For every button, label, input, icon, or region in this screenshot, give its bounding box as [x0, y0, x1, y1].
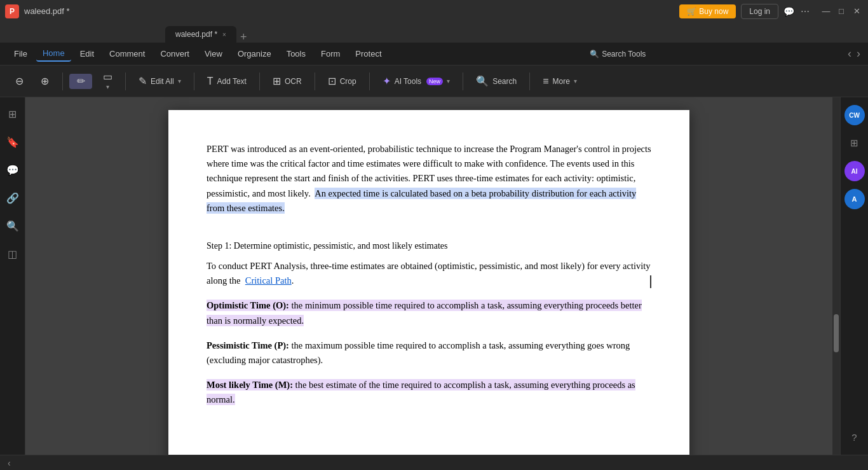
sidebar-item-pages[interactable]: ⊞: [4, 105, 22, 123]
toolbar: ⊖ ⊕ ✏ ▭ ▾ ✎ Edit All ▾ T Add Text ⊞ OCR …: [0, 66, 868, 97]
menu-comment[interactable]: Comment: [103, 46, 151, 61]
bottom-bar: ‹: [0, 455, 868, 470]
tab-close-button[interactable]: ×: [222, 31, 226, 38]
sidebar-item-links[interactable]: 🔗: [4, 189, 22, 207]
divider-8: [529, 73, 530, 90]
ai-tools-button[interactable]: ✦ AI Tools New ▾: [376, 71, 456, 91]
menu-bar: File Home Edit Comment Convert View Orga…: [0, 43, 868, 66]
zoom-out-icon: ⊖: [15, 76, 24, 86]
menu-convert[interactable]: Convert: [154, 46, 196, 61]
sidebar-item-search[interactable]: 🔍: [4, 217, 22, 235]
search-tools-icon: 🔍: [590, 50, 599, 59]
spacer-1: [207, 226, 651, 241]
nav-forward-button[interactable]: ›: [857, 47, 860, 60]
titlebar-system-icons: 💬 ⋯: [783, 6, 810, 17]
most-likely-term: Most likely Time (M):: [207, 380, 293, 390]
title-bar: P waleed.pdf * 🛒 Buy now Log in 💬 ⋯ — □ …: [0, 0, 868, 22]
most-likely-highlight: Most likely Time (M): the best estimate …: [207, 379, 635, 405]
divider-2: [125, 73, 126, 90]
maximize-button[interactable]: □: [835, 5, 848, 18]
ocr-label: OCR: [285, 77, 302, 86]
ai-tools-label: AI Tools: [395, 77, 421, 86]
edit-icon: ✎: [139, 75, 147, 87]
word-avatar[interactable]: CW: [844, 105, 865, 125]
menu-file[interactable]: File: [8, 46, 34, 61]
titlebar-actions: 🛒 Buy now Log in 💬 ⋯ — □ ✕: [679, 4, 863, 19]
ocr-icon: ⊞: [273, 75, 281, 87]
divider-7: [463, 73, 463, 90]
cart-icon: 🛒: [687, 7, 696, 16]
search-button[interactable]: 🔍 Search: [470, 71, 523, 91]
zoom-out-button[interactable]: ⊖: [8, 74, 31, 89]
ai-avatar-1[interactable]: AI: [844, 161, 865, 181]
menu-view[interactable]: View: [198, 46, 229, 61]
nav-back-button[interactable]: ‹: [848, 47, 851, 60]
crop-button[interactable]: ⊡ Crop: [322, 71, 363, 91]
search-tools-button[interactable]: 🔍 Search Tools: [583, 46, 652, 62]
minimize-button[interactable]: —: [820, 5, 832, 18]
edit-all-label: Edit All: [151, 77, 174, 86]
menu-edit[interactable]: Edit: [74, 46, 100, 61]
menu-form[interactable]: Form: [315, 46, 346, 61]
app-logo: P: [5, 4, 19, 18]
ai-label-1: AI: [851, 168, 858, 175]
add-text-icon: T: [207, 76, 214, 87]
buy-now-button[interactable]: 🛒 Buy now: [679, 4, 736, 18]
highlight-icon: ✏: [77, 76, 85, 86]
divider-4: [259, 73, 260, 90]
edit-all-button[interactable]: ✎ Edit All ▾: [132, 71, 187, 91]
ai-label-2: A: [852, 195, 857, 203]
edit-dropdown-icon: ▾: [178, 78, 181, 85]
text-cursor: [650, 275, 651, 288]
more-label: More: [553, 77, 570, 86]
pdf-viewer[interactable]: PERT was introduced as an event-oriented…: [25, 97, 832, 455]
filter-icon[interactable]: ⊞: [844, 133, 865, 153]
zoom-in-button[interactable]: ⊕: [33, 74, 56, 89]
pessimistic-term: Pessimistic Time (P):: [207, 340, 289, 350]
intro-paragraph: PERT was introduced as an event-oriented…: [207, 142, 651, 216]
add-text-button[interactable]: T Add Text: [201, 72, 253, 91]
filename-label: waleed.pdf *: [24, 6, 674, 16]
divider-1: [62, 73, 63, 90]
ai-icon: ✦: [383, 75, 391, 87]
help-icon[interactable]: ?: [844, 427, 865, 447]
menu-protect[interactable]: Protect: [349, 46, 388, 61]
para-1: To conduct PERT Analysis, three-time est…: [207, 259, 651, 288]
tab-label: waleed.pdf *: [175, 30, 217, 39]
divider-3: [194, 73, 194, 90]
menu-home[interactable]: Home: [36, 46, 71, 62]
bottom-collapse-left[interactable]: ‹: [8, 458, 11, 468]
crop-label: Crop: [340, 77, 356, 86]
search-tools-label: Search Tools: [602, 50, 646, 59]
step-1-label: Step 1: Determine optimistic, pessimisti…: [207, 241, 651, 251]
menu-tools[interactable]: Tools: [280, 46, 312, 61]
login-button[interactable]: Log in: [741, 4, 778, 19]
menu-organize[interactable]: Organize: [231, 46, 278, 61]
vertical-scrollbar[interactable]: [832, 97, 840, 455]
ocr-button[interactable]: ⊞ OCR: [266, 71, 308, 91]
divider-6: [369, 73, 370, 90]
rectangle-tool-button[interactable]: ▭ ▾: [96, 69, 119, 93]
optimistic-para: Optimistic Time (O): the minimum possibl…: [207, 298, 651, 328]
scrollbar-thumb[interactable]: [834, 314, 839, 352]
new-tab-button[interactable]: +: [240, 31, 247, 43]
ai-avatar-2[interactable]: A: [844, 189, 865, 209]
optimistic-term: Optimistic Time (O):: [207, 300, 289, 310]
sidebar-item-layers[interactable]: ◫: [4, 245, 22, 263]
tab-waleed-pdf[interactable]: waleed.pdf * ×: [165, 26, 236, 43]
crop-icon: ⊡: [328, 75, 336, 87]
more-icon[interactable]: ⋯: [801, 6, 810, 17]
left-sidebar: ⊞ 🔖 💬 🔗 🔍 ◫: [0, 97, 25, 455]
sidebar-item-bookmarks[interactable]: 🔖: [4, 133, 22, 151]
critical-path-link[interactable]: Critical Path: [245, 275, 292, 286]
chat-icon[interactable]: 💬: [783, 6, 794, 17]
right-sidebar: CW ⊞ AI A ?: [840, 97, 868, 455]
optimistic-time-highlight: Optimistic Time (O): the minimum possibl…: [207, 300, 642, 326]
sidebar-item-comments[interactable]: 💬: [4, 161, 22, 179]
highlight-tool-button[interactable]: ✏: [69, 74, 92, 89]
more-button[interactable]: ≡ More ▾: [536, 72, 583, 91]
rectangle-dropdown-icon: ▾: [106, 83, 109, 90]
zoom-group: ⊖ ⊕: [8, 74, 56, 89]
close-button[interactable]: ✕: [850, 5, 863, 18]
main-layout: ⊞ 🔖 💬 🔗 🔍 ◫ PERT was introduced as an ev…: [0, 97, 868, 455]
